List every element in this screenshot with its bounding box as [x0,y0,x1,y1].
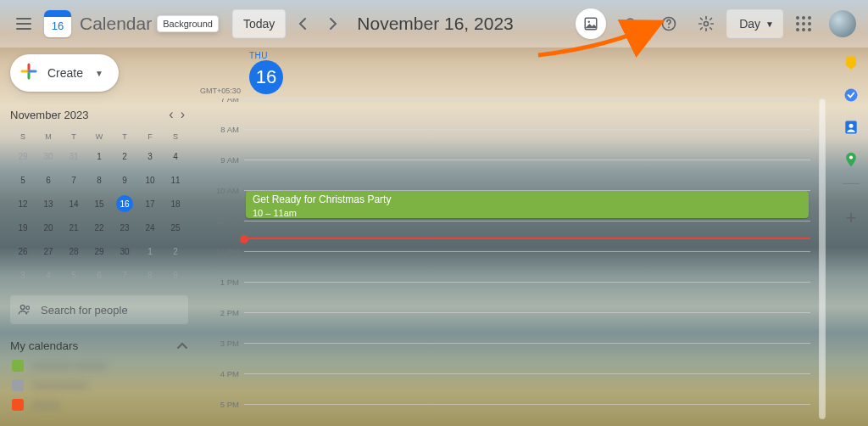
my-calendars-toggle[interactable]: My calendars [10,336,188,356]
calendar-label: xxxxx [32,398,60,411]
app-title: Calendar [80,14,152,34]
time-slot[interactable] [244,129,810,160]
help-button[interactable] [652,7,686,41]
mini-day[interactable]: 31 [61,144,86,168]
my-calendars-label: My calendars [10,339,176,352]
mini-day[interactable]: 5 [10,168,36,192]
svg-line-3 [633,25,637,30]
day-view: GMT+05:30 THU 16 7 AM8 AM9 AM10 AM11 AM1… [197,48,834,426]
maps-icon[interactable] [843,151,860,168]
mini-day[interactable]: 13 [36,192,61,216]
mini-day[interactable]: 11 [163,168,188,192]
main-menu-button[interactable] [7,7,41,41]
mini-day[interactable]: 6 [36,168,61,192]
hour-label: 11 AM [197,216,244,247]
mini-day[interactable]: 8 [86,168,112,192]
prev-period-button[interactable] [289,10,316,37]
mini-day[interactable]: 9 [112,168,137,192]
settings-button[interactable] [689,7,723,41]
mini-day[interactable]: 21 [61,216,86,239]
mini-day[interactable]: 5 [61,263,86,287]
calendar-item[interactable]: xxxxxxx xxxxxx [10,356,188,375]
mini-day[interactable]: 1 [137,239,163,263]
time-slot[interactable] [244,98,810,129]
hour-label: 4 PM [197,369,244,400]
tasks-icon[interactable] [843,87,860,104]
calendar-item[interactable]: xxxxxxxxxx [10,375,188,395]
mini-day[interactable]: 1 [86,144,112,168]
search-people-input[interactable]: Search for people [10,295,188,324]
svg-point-13 [845,89,858,102]
mini-day[interactable]: 29 [10,144,36,168]
search-button[interactable] [615,7,648,41]
mini-day[interactable]: 24 [137,216,163,239]
mini-day[interactable]: 2 [163,239,188,263]
day-number[interactable]: 16 [249,60,283,94]
create-button[interactable]: Create ▼ [10,54,119,92]
mini-dow: T [112,129,137,144]
mini-day[interactable]: 28 [61,239,86,263]
mini-day[interactable]: 9 [163,263,188,287]
time-slot[interactable] [244,160,810,190]
hour-label: 3 PM [197,339,244,369]
mini-day[interactable]: 15 [86,192,112,216]
side-panel: + [834,48,868,426]
time-slot[interactable] [244,404,810,426]
calendar-logo[interactable]: 16 [44,10,71,37]
time-slot[interactable] [244,312,810,343]
mini-day[interactable]: 8 [137,263,163,287]
mini-day[interactable]: 12 [10,192,36,216]
mini-day[interactable]: 10 [137,168,163,192]
mini-day[interactable]: 16 [112,192,137,216]
mini-day[interactable]: 26 [10,239,36,263]
mini-next-button[interactable]: › [177,105,188,124]
mini-day[interactable]: 30 [36,144,61,168]
mini-day[interactable]: 3 [10,263,36,287]
mini-day[interactable]: 23 [112,216,137,239]
time-slot[interactable] [244,282,810,312]
mini-day[interactable]: 17 [137,192,163,216]
contacts-icon[interactable] [843,119,860,136]
mini-day[interactable]: 2 [112,144,137,168]
mini-day[interactable]: 29 [86,239,112,263]
hour-label: 5 PM [197,400,244,426]
get-addons-button[interactable]: + [836,203,866,233]
calendar-item[interactable]: xxxxx [10,395,188,414]
mini-day[interactable]: 25 [163,216,188,239]
google-apps-button[interactable] [787,7,821,41]
mini-day[interactable]: 7 [112,263,137,287]
mini-day[interactable]: 4 [36,263,61,287]
time-slot[interactable] [244,251,810,282]
background-image-button[interactable] [576,8,606,39]
time-grid[interactable]: Get Ready for Christmas Party10 – 11am [244,98,810,426]
mini-prev-button[interactable]: ‹ [165,105,176,124]
event-time: 10 – 11am [253,207,802,219]
scrollbar[interactable] [819,98,826,419]
mini-day[interactable]: 4 [163,144,188,168]
mini-day[interactable]: 18 [163,192,188,216]
mini-day[interactable]: 14 [61,192,86,216]
mini-day[interactable]: 22 [86,216,112,239]
keep-icon[interactable] [843,54,860,71]
background-tooltip: Background [157,15,219,32]
mini-day[interactable]: 30 [112,239,137,263]
next-period-button[interactable] [320,10,347,37]
view-switch-label: Day [739,17,760,31]
time-slot[interactable] [244,343,810,373]
calendar-event[interactable]: Get Ready for Christmas Party10 – 11am [246,191,809,218]
calendar-color-swatch [12,360,24,372]
mini-day[interactable]: 3 [137,144,163,168]
mini-day[interactable]: 20 [36,216,61,239]
mini-day[interactable]: 27 [36,239,61,263]
mini-day[interactable]: 19 [10,216,36,239]
view-switch[interactable]: Day ▼ [726,9,783,38]
today-button[interactable]: Today [232,9,286,38]
time-slot[interactable] [244,373,810,404]
svg-point-11 [20,305,25,310]
mini-day[interactable]: 6 [86,263,112,287]
svg-point-15 [849,124,854,128]
time-slot[interactable] [244,221,810,251]
mini-day[interactable]: 7 [61,168,86,192]
account-avatar[interactable] [829,10,856,37]
caret-down-icon: ▼ [765,20,774,29]
